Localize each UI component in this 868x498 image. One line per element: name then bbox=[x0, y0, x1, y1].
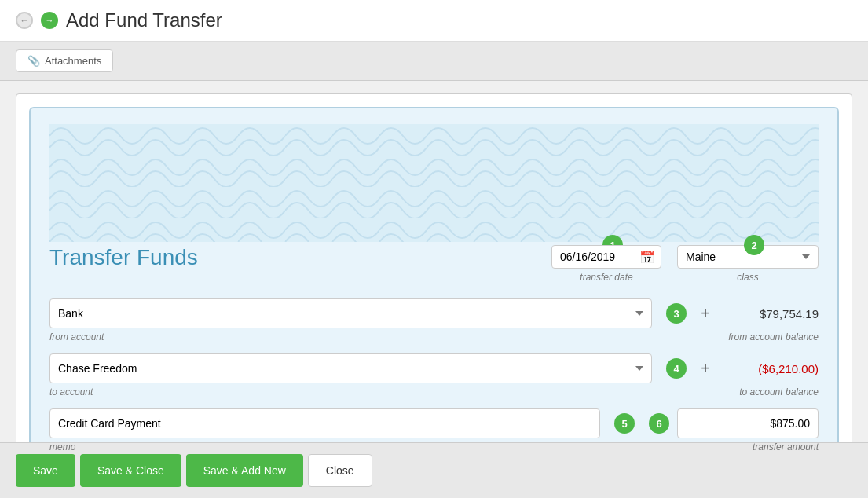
save-close-button[interactable]: Save & Close bbox=[80, 454, 181, 487]
transfer-amount-input[interactable] bbox=[677, 408, 819, 438]
transfer-date-wrap: 1 📅 bbox=[551, 245, 661, 269]
from-account-label: from account bbox=[49, 331, 104, 342]
class-wrap: 2 Maine bbox=[677, 245, 819, 269]
to-account-select-wrap: Chase Freedom bbox=[49, 353, 652, 383]
from-account-row: Bank 3 + $79,754.19 bbox=[49, 298, 819, 328]
to-account-plus-button[interactable]: + bbox=[694, 357, 716, 379]
toolbar: 📎 Attachments bbox=[0, 42, 868, 81]
from-account-labels: from account from account balance bbox=[49, 331, 819, 342]
memo-amount-labels: memo transfer amount bbox=[49, 441, 819, 452]
page-title: Add Fund Transfer bbox=[66, 9, 222, 31]
from-account-select-wrap: Bank bbox=[49, 298, 652, 328]
from-account-plus-button[interactable]: + bbox=[694, 302, 716, 324]
memo-input[interactable] bbox=[49, 408, 600, 438]
svg-rect-1 bbox=[49, 124, 819, 242]
save-add-new-button[interactable]: Save & Add New bbox=[186, 454, 303, 487]
nav-back-button[interactable]: ← bbox=[16, 12, 33, 29]
nav-fwd-button[interactable]: → bbox=[41, 12, 58, 29]
memo-amount-row: 5 6 bbox=[49, 408, 819, 438]
step-badge-6: 6 bbox=[649, 413, 669, 434]
class-label: class bbox=[737, 272, 758, 283]
step-badge-2: 2 bbox=[744, 235, 764, 255]
transfer-amount-label: transfer amount bbox=[753, 441, 819, 452]
attachments-label: Attachments bbox=[45, 55, 101, 67]
wave-panel: Transfer Funds 1 📅 transfer date bbox=[29, 107, 839, 473]
transfer-date-label: transfer date bbox=[580, 272, 632, 283]
from-account-balance: $79,754.19 bbox=[724, 307, 819, 320]
memo-label: memo bbox=[49, 441, 75, 452]
transfer-date-group: 1 📅 transfer date bbox=[551, 245, 661, 283]
calendar-icon[interactable]: 📅 bbox=[639, 250, 655, 265]
to-account-labels: to account to account balance bbox=[49, 386, 819, 397]
close-button[interactable]: Close bbox=[308, 454, 372, 487]
step-badge-4: 4 bbox=[666, 358, 687, 379]
paperclip-icon: 📎 bbox=[27, 55, 40, 67]
transfer-card: Transfer Funds 1 📅 transfer date bbox=[16, 93, 852, 486]
to-account-balance: ($6,210.00) bbox=[724, 362, 819, 375]
step-badge-3: 3 bbox=[666, 303, 687, 324]
step-badge-5: 5 bbox=[614, 413, 635, 434]
class-group: 2 Maine class bbox=[677, 245, 819, 283]
save-button[interactable]: Save bbox=[16, 454, 75, 487]
wave-background bbox=[49, 124, 819, 245]
from-account-balance-label: from account balance bbox=[728, 331, 819, 342]
date-input-wrap: 📅 bbox=[551, 245, 661, 269]
to-account-balance-label: to account balance bbox=[739, 386, 819, 397]
to-account-select[interactable]: Chase Freedom bbox=[49, 353, 652, 383]
form-title: Transfer Funds bbox=[49, 245, 551, 270]
from-account-select[interactable]: Bank bbox=[49, 298, 652, 328]
to-account-row: Chase Freedom 4 + ($6,210.00) bbox=[49, 353, 819, 383]
attachments-button[interactable]: 📎 Attachments bbox=[16, 49, 113, 72]
title-row: Transfer Funds 1 📅 transfer date bbox=[49, 245, 819, 283]
page-header: ← → Add Fund Transfer bbox=[0, 0, 868, 42]
to-account-label: to account bbox=[49, 386, 93, 397]
main-content: Transfer Funds 1 📅 transfer date bbox=[0, 81, 868, 498]
